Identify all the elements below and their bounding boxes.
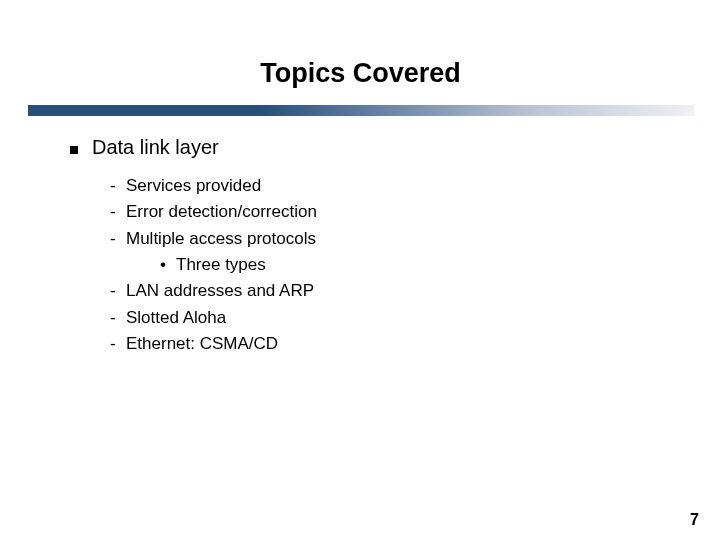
square-bullet-icon (70, 146, 78, 154)
dash-bullet-icon: - (110, 199, 126, 225)
page-number: 7 (690, 511, 699, 529)
dash-bullet-icon: - (110, 226, 126, 252)
slide-body: Data link layer - Services provided - Er… (70, 136, 670, 357)
dash-bullet-icon: - (110, 305, 126, 331)
bullet-level2: - LAN addresses and ARP (110, 278, 670, 304)
bullet-level2: - Multiple access protocols (110, 226, 670, 252)
dash-bullet-icon: - (110, 173, 126, 199)
bullet-level2-label: Ethernet: CSMA/CD (126, 331, 278, 357)
bullet-level2-label: Slotted Aloha (126, 305, 226, 331)
bullet-level3-label: Three types (176, 252, 266, 278)
bullet-level2: - Ethernet: CSMA/CD (110, 331, 670, 357)
dash-bullet-icon: - (110, 331, 126, 357)
slide-title: Topics Covered (0, 58, 721, 89)
bullet-level1-label: Data link layer (92, 136, 219, 159)
slide: Topics Covered Data link layer - Service… (0, 0, 721, 541)
bullet-level2: - Services provided (110, 173, 670, 199)
bullet-level2: - Error detection/correction (110, 199, 670, 225)
bullet-level2-label: Error detection/correction (126, 199, 317, 225)
bullet-level2-label: LAN addresses and ARP (126, 278, 314, 304)
bullet-level2-label: Multiple access protocols (126, 226, 316, 252)
bullet-level3: • Three types (160, 252, 670, 278)
bullet-level2: - Slotted Aloha (110, 305, 670, 331)
title-divider-bar (28, 105, 694, 116)
bullet-level1: Data link layer (70, 136, 670, 159)
bullet-level2-label: Services provided (126, 173, 261, 199)
dash-bullet-icon: - (110, 278, 126, 304)
dot-bullet-icon: • (160, 252, 176, 278)
